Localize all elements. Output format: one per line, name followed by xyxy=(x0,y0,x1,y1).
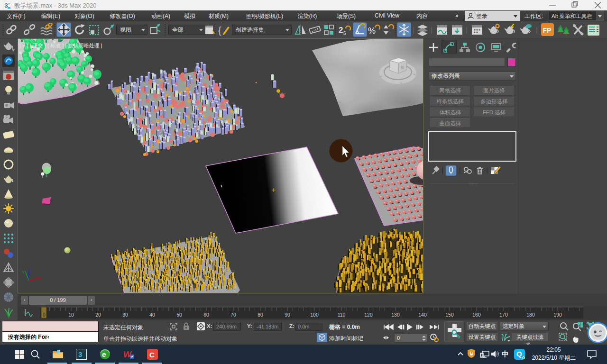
svg-text:FP: FP xyxy=(543,27,552,34)
svg-text:170: 170 xyxy=(499,312,508,318)
svg-text:90: 90 xyxy=(285,312,290,318)
svg-text:2: 2 xyxy=(339,26,343,35)
svg-text:140: 140 xyxy=(418,312,427,318)
svg-text:前: 前 xyxy=(401,65,405,70)
svg-text:190: 190 xyxy=(553,312,562,318)
svg-text:70: 70 xyxy=(230,312,236,318)
svg-text:120: 120 xyxy=(364,312,373,318)
svg-text:e: e xyxy=(102,350,106,358)
svg-text:z: z xyxy=(30,269,32,273)
svg-text:60: 60 xyxy=(203,312,209,318)
svg-text:3: 3 xyxy=(78,350,82,358)
svg-text:50: 50 xyxy=(176,312,182,318)
svg-text:5: 5 xyxy=(343,31,346,36)
svg-text:y: y xyxy=(22,270,24,274)
svg-text:150: 150 xyxy=(445,312,454,318)
svg-text:10: 10 xyxy=(68,312,74,318)
svg-text:40: 40 xyxy=(149,312,155,318)
svg-text:%: % xyxy=(368,26,376,36)
svg-text:160: 160 xyxy=(472,312,481,318)
svg-text:80: 80 xyxy=(258,312,263,318)
svg-text:C: C xyxy=(149,351,155,359)
svg-text:30: 30 xyxy=(122,312,128,318)
svg-text:180: 180 xyxy=(526,312,535,318)
svg-text:3: 3 xyxy=(5,2,8,9)
svg-text:100: 100 xyxy=(310,312,319,318)
svg-text:130: 130 xyxy=(391,312,400,318)
svg-text:{: { xyxy=(218,25,221,36)
svg-text:110: 110 xyxy=(338,312,346,318)
svg-text:20: 20 xyxy=(95,312,101,318)
svg-text:0: 0 xyxy=(43,312,46,318)
